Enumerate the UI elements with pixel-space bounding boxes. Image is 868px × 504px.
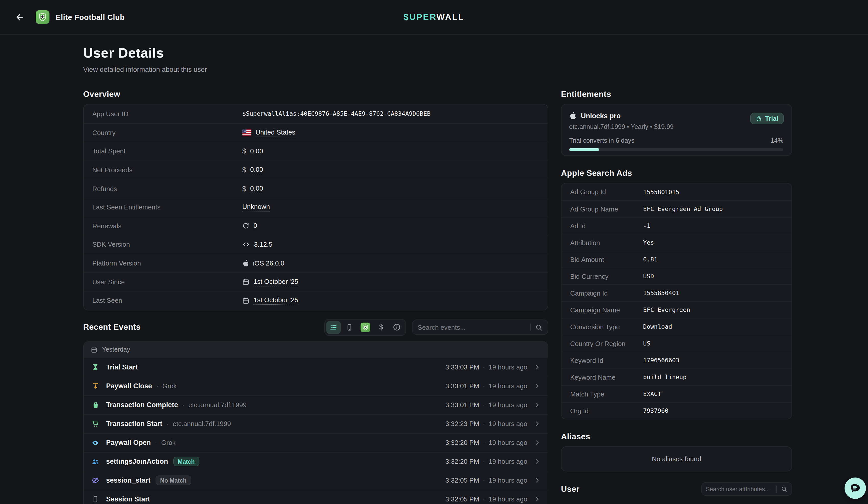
- chat-support-button[interactable]: [845, 477, 866, 499]
- row-value-text: iOS 26.0.0: [253, 259, 284, 267]
- row-label: Match Type: [570, 390, 643, 398]
- users-icon: [91, 458, 100, 465]
- search-divider: [530, 324, 531, 331]
- row-value-text: 0.00: [250, 166, 263, 174]
- filter-button-phone[interactable]: [342, 321, 356, 334]
- recent-events-heading: Recent Events: [83, 323, 318, 332]
- row-value-text: 3.12.5: [254, 241, 272, 249]
- apple-icon: [569, 112, 576, 120]
- event-row[interactable]: settingsJoinAction Match 3:32:20 PM · 19…: [84, 452, 548, 471]
- trial-badge-label: Trial: [765, 115, 778, 122]
- entitlement-product-name: Unlocks pro: [581, 112, 621, 119]
- filter-button-list[interactable]: [327, 321, 341, 334]
- table-row: Ad Group Name EFC Evergreen Ad Group: [561, 200, 792, 217]
- event-filter-group: [324, 319, 406, 336]
- event-separator: ·: [155, 439, 157, 447]
- flag-us-icon: [242, 130, 251, 136]
- event-row[interactable]: Paywall Open ·Grok 3:32:20 PM · 19 hours…: [84, 433, 548, 452]
- chevron-right-icon: [534, 496, 540, 503]
- table-row: Total Spent $ 0.00: [84, 142, 548, 160]
- row-label: Refunds: [92, 185, 242, 192]
- dollar-icon: [377, 323, 385, 331]
- trial-percent: 14%: [771, 137, 783, 144]
- table-row: App User ID $SuperwallAlias:40EC9876-A85…: [84, 104, 548, 123]
- currency-prefix: $: [242, 185, 246, 192]
- search-divider: [776, 485, 777, 493]
- row-value: $ 0.00: [242, 166, 263, 174]
- table-row: Country Or Region US: [561, 335, 792, 351]
- event-row[interactable]: Session Start 3:32:05 PM · 19 hours ago: [84, 490, 548, 504]
- event-ago: 19 hours ago: [488, 439, 527, 447]
- recent-events-bar: Recent Events: [83, 319, 548, 336]
- calendar-icon: [242, 297, 249, 304]
- row-label: Bid Currency: [570, 272, 643, 280]
- top-bar: Elite Football Club $UPERWALL: [0, 0, 868, 35]
- row-label: Last Seen Entitlements: [92, 203, 242, 211]
- row-label: Net Proceeds: [92, 166, 242, 174]
- events-list: Yesterday Trial Start 3:33:03 PM · 19 ho…: [83, 341, 548, 504]
- row-label: Campaign Id: [570, 289, 643, 297]
- overview-heading: Overview: [83, 90, 548, 99]
- event-row[interactable]: Paywall Close ·Grok 3:33:01 PM · 19 hour…: [84, 376, 548, 395]
- currency-prefix: $: [242, 166, 246, 174]
- row-label: Renewals: [92, 222, 242, 230]
- aliases-empty-text: No aliases found: [652, 455, 701, 463]
- event-title: Paywall Close: [106, 382, 152, 390]
- page-subtitle: View detailed information about this use…: [83, 66, 792, 73]
- row-value-text: EFC Evergreen Ad Group: [643, 206, 723, 212]
- event-row[interactable]: Transaction Complete ·etc.annual.7df.199…: [84, 395, 548, 414]
- row-label: Org Id: [570, 407, 643, 414]
- list-icon: [329, 323, 338, 331]
- app-name: Elite Football Club: [55, 13, 125, 21]
- calendar-icon: [91, 346, 97, 353]
- row-label: Total Spent: [92, 148, 242, 155]
- app-icon: [36, 10, 50, 24]
- row-value-text: 0: [254, 222, 257, 230]
- table-row: Campaign Name EFC Evergreen: [561, 301, 792, 318]
- row-value-text: 7937960: [643, 407, 668, 414]
- time-separator: ·: [483, 439, 485, 447]
- row-value: 1st October '25: [242, 277, 298, 286]
- event-title: Session Start: [106, 495, 150, 503]
- eye-icon: [91, 439, 100, 446]
- user-search-box: [701, 482, 792, 496]
- entitlement-product-details: etc.annual.7df.1999 • Yearly • $19.99: [569, 123, 783, 130]
- event-subtitle: etc.annual.7df.1999: [173, 420, 231, 428]
- row-value: 0.81: [643, 256, 658, 263]
- event-time: 3:32:05 PM: [445, 495, 479, 503]
- row-value: -1: [643, 222, 650, 229]
- user-search-input[interactable]: [706, 486, 772, 492]
- back-button[interactable]: [12, 9, 28, 25]
- time-separator: ·: [483, 363, 485, 371]
- row-value-text: 1st October '25: [254, 277, 298, 286]
- row-value: 7937960: [643, 407, 668, 414]
- apple-icon: [242, 259, 249, 267]
- row-value-text: 1555850401: [643, 290, 679, 297]
- chevron-right-icon: [534, 420, 540, 427]
- timer-icon: [756, 115, 762, 122]
- filter-button-app[interactable]: [358, 321, 372, 334]
- refresh-icon: [242, 222, 249, 230]
- event-row[interactable]: Transaction Start ·etc.annual.7df.1999 3…: [84, 414, 548, 433]
- row-value-text: US: [643, 340, 650, 347]
- asa-heading: Apple Search Ads: [561, 169, 792, 178]
- row-value-text: build lineup: [643, 374, 686, 381]
- entitlement-card: Unlocks pro etc.annual.7df.1999 • Yearly…: [561, 104, 792, 156]
- filter-button-dollar[interactable]: [374, 321, 388, 334]
- table-row: Ad Id -1: [561, 217, 792, 234]
- event-row[interactable]: Trial Start 3:33:03 PM · 19 hours ago: [84, 357, 548, 376]
- event-title: Trial Start: [106, 363, 138, 371]
- event-time: 3:33:01 PM: [445, 401, 479, 409]
- table-row: Match Type EXACT: [561, 385, 792, 402]
- row-label: Last Seen: [92, 297, 242, 304]
- event-row[interactable]: session_start No Match 3:32:05 PM · 19 h…: [84, 471, 548, 490]
- superwall-logo: $UPERWALL: [404, 12, 464, 22]
- chevron-right-icon: [534, 477, 540, 484]
- filter-button-info[interactable]: [390, 321, 404, 334]
- event-time: 3:33:01 PM: [445, 382, 479, 390]
- phone-icon: [91, 495, 100, 503]
- logo-rest: WALL: [436, 12, 464, 22]
- time-separator: ·: [483, 420, 485, 428]
- row-value: 3.12.5: [242, 241, 272, 249]
- events-search-input[interactable]: [418, 323, 526, 331]
